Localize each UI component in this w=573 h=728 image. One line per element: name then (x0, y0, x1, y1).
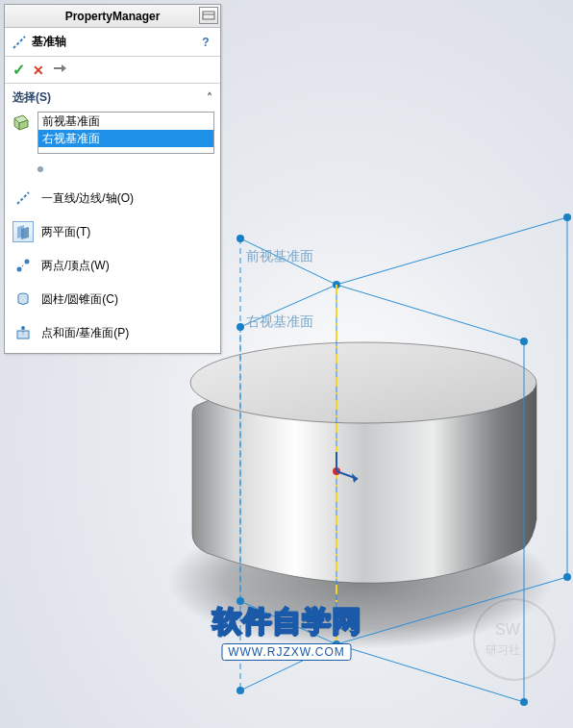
option-label: 一直线/边线/轴(O) (41, 190, 134, 207)
svg-point-1 (190, 342, 536, 423)
feature-header: 基准轴 ? (5, 28, 220, 57)
property-manager-panel: PropertyManager 基准轴 ? ✓ ✕ 选择(S) ˄ 前视基准面 … (4, 4, 221, 354)
option-label: 圆柱/圆锥面(C) (41, 291, 118, 308)
svg-text:研习社: 研习社 (486, 643, 520, 657)
svg-line-34 (13, 37, 25, 48)
svg-line-40 (19, 262, 27, 269)
axis-icon (11, 34, 28, 51)
svg-point-18 (237, 323, 244, 331)
option-label: 点和面/基准面(P) (41, 325, 129, 341)
selection-type-icon[interactable] (11, 112, 32, 133)
option-label: 两点/顶点(W) (41, 258, 110, 274)
help-button[interactable]: ? (197, 34, 214, 51)
selections-section-header[interactable]: 选择(S) ˄ (5, 84, 220, 108)
option-line-edge-axis[interactable]: 一直线/边线/轴(O) (5, 181, 220, 214)
option-label: 两平面(T) (41, 224, 90, 240)
svg-point-15 (237, 235, 244, 242)
point-face-icon (12, 322, 34, 343)
action-row: ✓ ✕ (5, 57, 220, 84)
cancel-button[interactable]: ✕ (33, 63, 44, 78)
svg-rect-32 (203, 12, 214, 19)
line-axis-icon (12, 188, 34, 209)
option-two-points[interactable]: 两点/顶点(W) (5, 248, 220, 282)
list-item[interactable]: 右视基准面 (38, 130, 213, 147)
panel-options-icon (202, 10, 215, 21)
option-cylindrical-conical[interactable]: 圆柱/圆锥面(C) (5, 282, 220, 315)
svg-line-3 (336, 217, 567, 285)
svg-point-17 (563, 213, 571, 221)
panel-title-text: PropertyManager (65, 10, 161, 23)
pin-button[interactable] (52, 62, 67, 78)
watermark-text: 软件自学网 (212, 602, 361, 641)
two-planes-icon (12, 221, 34, 242)
watermark-url: WWW.RJZXW.COM (221, 643, 352, 661)
selection-origin-indicator (5, 162, 220, 181)
svg-point-22 (563, 573, 571, 581)
svg-line-10 (336, 285, 524, 341)
svg-line-37 (17, 192, 29, 204)
cylinder-model (190, 342, 536, 583)
svg-text:SW: SW (495, 621, 521, 638)
right-plane-label: 右视基准面 (246, 314, 313, 331)
svg-marker-36 (62, 64, 66, 72)
selections-list[interactable]: 前视基准面 右视基准面 (37, 112, 214, 154)
panel-title-bar: PropertyManager (5, 5, 220, 28)
ok-button[interactable]: ✓ (12, 61, 25, 79)
front-plane-label: 前视基准面 (246, 248, 313, 265)
site-watermark: 软件自学网 WWW.RJZXW.COM (212, 602, 361, 661)
list-item[interactable]: 前视基准面 (38, 113, 213, 130)
feature-name: 基准轴 (32, 34, 214, 50)
cylinder-cone-icon (12, 289, 34, 310)
svg-point-24 (520, 698, 528, 706)
selections-label: 选择(S) (12, 89, 51, 106)
option-point-face[interactable]: 点和面/基准面(P) (5, 315, 220, 353)
option-two-planes[interactable]: 两平面(T) (5, 214, 220, 248)
chevron-up-icon: ˄ (207, 91, 212, 105)
svg-point-19 (520, 338, 528, 345)
svg-point-23 (237, 687, 244, 694)
panel-options-button[interactable] (199, 7, 218, 24)
two-points-icon (12, 255, 34, 276)
